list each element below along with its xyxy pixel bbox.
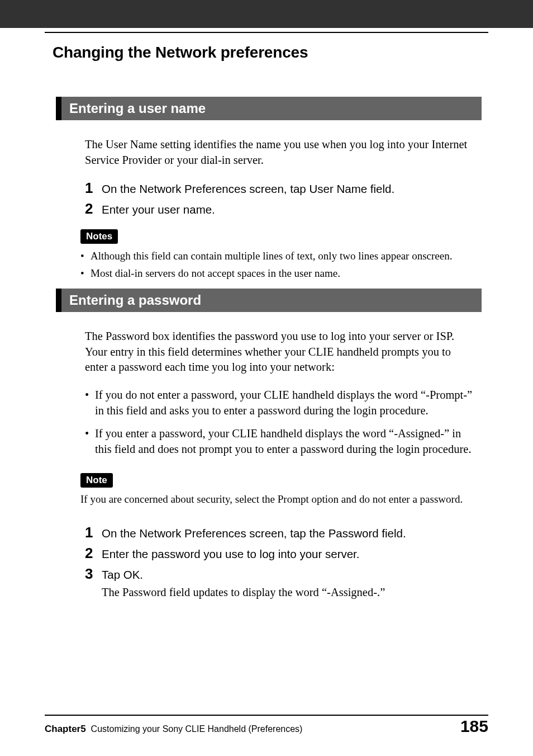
header-rule bbox=[45, 32, 488, 33]
step-row: 3 Tap OK. The Password field updates to … bbox=[85, 566, 488, 601]
section2-intro: The Password box identifies the password… bbox=[85, 329, 476, 375]
note-text: If you are concerned about security, sel… bbox=[80, 492, 477, 507]
section-entering-user-name: Entering a user name The User Name setti… bbox=[45, 97, 488, 284]
step-text-inner: Tap OK. bbox=[102, 568, 143, 581]
header-bar bbox=[0, 0, 533, 28]
notes-list: Although this field can contain multiple… bbox=[80, 248, 488, 281]
footer-chapter-label: Chapter5 bbox=[45, 724, 86, 734]
section-entering-password: Entering a password The Password box ide… bbox=[45, 289, 488, 604]
bullet-item: If you do not enter a password, your CLI… bbox=[85, 388, 476, 418]
page-title: Changing the Network preferences bbox=[53, 44, 308, 62]
footer-chapter-text: Customizing your Sony CLIE Handheld (Pre… bbox=[91, 724, 303, 734]
step-number: 1 bbox=[85, 525, 102, 541]
section-heading-bar: Entering a password bbox=[56, 289, 482, 312]
notes-label: Notes bbox=[80, 229, 118, 244]
section-heading-text: Entering a password bbox=[69, 292, 201, 308]
note-label: Note bbox=[80, 473, 113, 488]
step-text: On the Network Preferences screen, tap t… bbox=[102, 525, 406, 542]
step-row: 2 Enter the password you use to log into… bbox=[85, 545, 488, 563]
note-item: Most dial-in servers do not accept space… bbox=[80, 266, 488, 281]
step-text: Tap OK. The Password field updates to di… bbox=[102, 566, 385, 601]
step-number: 1 bbox=[85, 180, 102, 196]
step-extra-text: The Password field updates to display th… bbox=[102, 585, 385, 601]
step-text: On the Network Preferences screen, tap U… bbox=[102, 180, 394, 197]
section-heading-text: Entering a user name bbox=[69, 101, 206, 116]
step-text: Enter your user name. bbox=[102, 201, 215, 218]
note-item: Although this field can contain multiple… bbox=[80, 248, 488, 264]
footer-chapter: Chapter5 Customizing your Sony CLIE Hand… bbox=[45, 724, 302, 735]
section1-intro: The User Name setting identifies the nam… bbox=[85, 137, 476, 168]
step-row: 2 Enter your user name. bbox=[85, 201, 488, 218]
section2-bullet-list: If you do not enter a password, your CLI… bbox=[85, 388, 476, 457]
step-text: Enter the password you use to log into y… bbox=[102, 545, 360, 563]
step-number: 3 bbox=[85, 566, 102, 582]
step-row: 1 On the Network Preferences screen, tap… bbox=[85, 180, 488, 197]
page-footer: Chapter5 Customizing your Sony CLIE Hand… bbox=[45, 717, 488, 736]
footer-rule bbox=[45, 715, 488, 716]
bullet-item: If you enter a password, your CLIE handh… bbox=[85, 426, 476, 457]
document-page: Changing the Network preferences Enterin… bbox=[0, 0, 533, 756]
section-heading-bar: Entering a user name bbox=[56, 97, 482, 120]
step-row: 1 On the Network Preferences screen, tap… bbox=[85, 525, 488, 542]
step-number: 2 bbox=[85, 545, 102, 561]
step-number: 2 bbox=[85, 201, 102, 217]
page-number: 185 bbox=[460, 717, 488, 736]
